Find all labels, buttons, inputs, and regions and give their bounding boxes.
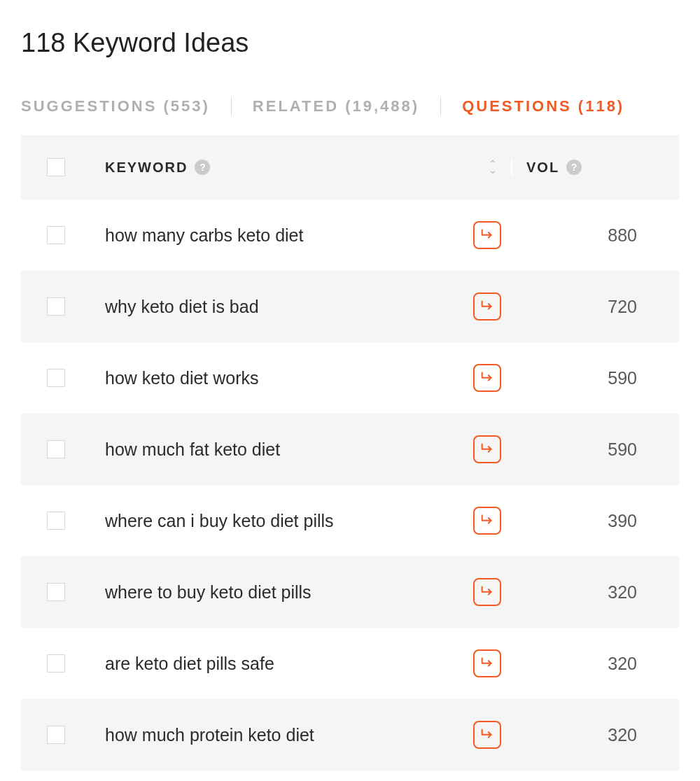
enter-arrow-icon <box>479 583 495 601</box>
row-checkbox[interactable] <box>47 440 65 458</box>
row-keyword-cell: why keto diet is bad <box>91 293 511 321</box>
tab-related[interactable]: RELATED (19,488) <box>253 92 419 121</box>
row-keyword-cell: how many carbs keto diet <box>91 221 511 249</box>
tab-divider <box>440 97 441 116</box>
row-keyword-cell: are keto diet pills safe <box>91 649 511 677</box>
table-row: are keto diet pills safe320 <box>21 628 679 699</box>
row-vol-cell: 320 <box>511 654 679 674</box>
select-all-cell <box>21 158 91 176</box>
sort-icon[interactable]: ⌃⌄ <box>489 161 497 174</box>
keyword-text: how many carbs keto diet <box>105 225 303 246</box>
row-vol-cell: 320 <box>511 582 679 603</box>
row-vol-cell: 320 <box>511 725 679 745</box>
explore-button[interactable] <box>473 721 501 749</box>
row-check-cell <box>21 369 91 387</box>
table-row: who invented keto diet210 <box>21 771 679 781</box>
explore-button[interactable] <box>473 293 501 321</box>
explore-button[interactable] <box>473 221 501 249</box>
table-row: why keto diet is bad720 <box>21 271 679 342</box>
keyword-text: where to buy keto diet pills <box>105 582 312 603</box>
row-check-cell <box>21 512 91 530</box>
row-keyword-cell: how much protein keto diet <box>91 721 511 749</box>
enter-arrow-icon <box>479 297 495 316</box>
column-keyword-label: KEYWORD <box>105 160 188 176</box>
keyword-text: where can i buy keto diet pills <box>105 511 334 531</box>
enter-arrow-icon <box>479 512 495 530</box>
row-check-cell <box>21 226 91 244</box>
keyword-table: KEYWORD ? ⌃⌄ VOL ? how many carbs keto d… <box>21 135 679 781</box>
row-check-cell <box>21 726 91 744</box>
page-title: 118 Keyword Ideas <box>21 28 679 58</box>
enter-arrow-icon <box>479 654 495 673</box>
row-checkbox[interactable] <box>47 297 65 316</box>
row-check-cell <box>21 654 91 673</box>
tabs: SUGGESTIONS (553) RELATED (19,488) QUEST… <box>21 92 679 121</box>
row-checkbox[interactable] <box>47 654 65 673</box>
row-vol-cell: 880 <box>511 225 679 246</box>
keyword-text: are keto diet pills safe <box>105 654 274 674</box>
keyword-text: how much protein keto diet <box>105 725 314 745</box>
column-vol[interactable]: VOL ? <box>511 160 679 176</box>
row-check-cell <box>21 297 91 316</box>
row-vol-cell: 590 <box>511 439 679 460</box>
keyword-text: how keto diet works <box>105 368 259 388</box>
row-keyword-cell: where can i buy keto diet pills <box>91 507 511 535</box>
tab-divider <box>231 97 232 116</box>
row-checkbox[interactable] <box>47 226 65 244</box>
enter-arrow-icon <box>479 226 495 244</box>
column-vol-label: VOL <box>526 160 559 176</box>
tab-suggestions[interactable]: SUGGESTIONS (553) <box>21 92 210 121</box>
enter-arrow-icon <box>479 726 495 744</box>
table-row: where can i buy keto diet pills390 <box>21 485 679 556</box>
row-keyword-cell: how much fat keto diet <box>91 435 511 463</box>
table-header: KEYWORD ? ⌃⌄ VOL ? <box>21 135 679 199</box>
row-vol-cell: 390 <box>511 511 679 531</box>
row-checkbox[interactable] <box>47 369 65 387</box>
row-check-cell <box>21 583 91 601</box>
explore-button[interactable] <box>473 578 501 606</box>
help-icon[interactable]: ? <box>195 160 210 175</box>
row-checkbox[interactable] <box>47 512 65 530</box>
row-keyword-cell: how keto diet works <box>91 364 511 392</box>
row-vol-cell: 590 <box>511 368 679 388</box>
enter-arrow-icon <box>479 440 495 458</box>
explore-button[interactable] <box>473 649 501 677</box>
enter-arrow-icon <box>479 369 495 387</box>
help-icon[interactable]: ? <box>566 160 582 175</box>
table-row: how many carbs keto diet880 <box>21 199 679 271</box>
explore-button[interactable] <box>473 435 501 463</box>
tab-questions[interactable]: QUESTIONS (118) <box>462 92 624 121</box>
row-checkbox[interactable] <box>47 583 65 601</box>
row-check-cell <box>21 440 91 458</box>
explore-button[interactable] <box>473 364 501 392</box>
select-all-checkbox[interactable] <box>47 158 65 176</box>
table-row: how much protein keto diet320 <box>21 699 679 771</box>
row-checkbox[interactable] <box>47 726 65 744</box>
table-row: where to buy keto diet pills320 <box>21 556 679 628</box>
explore-button[interactable] <box>473 507 501 535</box>
table-row: how much fat keto diet590 <box>21 414 679 485</box>
keyword-text: why keto diet is bad <box>105 297 259 317</box>
column-keyword[interactable]: KEYWORD ? ⌃⌄ <box>91 160 511 176</box>
row-keyword-cell: where to buy keto diet pills <box>91 578 511 606</box>
table-row: how keto diet works590 <box>21 342 679 414</box>
keyword-text: how much fat keto diet <box>105 439 280 460</box>
row-vol-cell: 720 <box>511 297 679 317</box>
